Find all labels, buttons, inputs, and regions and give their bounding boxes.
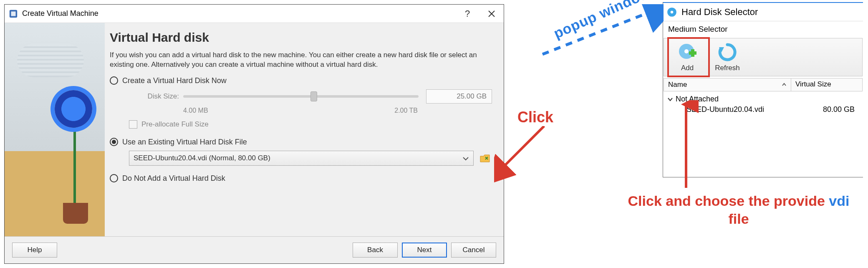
create-vm-wizard: Create Virtual Machine ? Virtual Hard di… xyxy=(4,4,504,264)
option-create-now[interactable]: Create a Virtual Hard Disk Now xyxy=(110,76,492,85)
option-do-not-add[interactable]: Do Not Add a Virtual Hard Disk xyxy=(110,174,492,183)
tree-group-label: Not Attached xyxy=(676,95,719,104)
chevron-down-icon xyxy=(462,155,469,162)
option-use-existing-label: Use an Existing Virtual Hard Disk File xyxy=(122,138,247,147)
annotation-popup-window: popup window xyxy=(551,0,653,42)
sort-asc-icon xyxy=(782,82,787,87)
page-heading: Virtual Hard disk xyxy=(110,30,492,45)
existing-file-dropdown[interactable]: SEED-Ubuntu20.04.vdi (Normal, 80.00 GB) xyxy=(129,151,474,166)
wizard-content: Virtual Hard disk If you wish you can ad… xyxy=(105,23,504,236)
popup-titlebar: Hard Disk Selector xyxy=(663,2,863,21)
disk-size-block: Disk Size: 25.00 GB 4.00 MB 2.00 TB Pre-… xyxy=(129,89,492,129)
svg-point-5 xyxy=(671,10,674,13)
titlebar-help-button[interactable]: ? xyxy=(455,5,479,23)
column-name-header[interactable]: Name xyxy=(664,78,791,91)
svg-rect-1 xyxy=(11,11,16,16)
wizard-sidebar-illustration xyxy=(5,23,105,236)
popup-column-headers: Name Virtual Size xyxy=(664,78,863,91)
preallocate-label: Pre-allocate Full Size xyxy=(141,120,209,129)
disk-size-label: Disk Size: xyxy=(129,92,179,101)
preallocate-row[interactable]: Pre-allocate Full Size xyxy=(129,120,492,129)
chevron-down-icon xyxy=(667,96,673,102)
hard-disk-selector-window: Hard Disk Selector Medium Selector Add R… xyxy=(663,2,863,177)
disk-tree: Not Attached SEED-Ubuntu20.04.vdi 80.00 … xyxy=(667,94,859,115)
tree-item-name: SEED-Ubuntu20.04.vdi xyxy=(686,105,764,114)
refresh-label: Refresh xyxy=(715,64,740,72)
next-button[interactable]: Next xyxy=(402,243,447,258)
scale-max: 2.00 TB xyxy=(394,107,418,114)
annotation-highlight-add: Add xyxy=(667,37,710,77)
annotation-choose: Click and choose the provide vdi file xyxy=(622,192,855,228)
existing-file-value: SEED-Ubuntu20.04.vdi (Normal, 80.00 GB) xyxy=(134,154,270,162)
tree-item-seed-vdi[interactable]: SEED-Ubuntu20.04.vdi 80.00 GB xyxy=(686,104,859,115)
svg-rect-9 xyxy=(691,49,694,57)
disk-size-value[interactable]: 25.00 GB xyxy=(426,89,492,104)
svg-point-7 xyxy=(684,49,689,53)
close-icon xyxy=(488,10,495,18)
virtualbox-icon xyxy=(9,9,18,18)
disk-icon xyxy=(666,7,677,18)
column-vsize-header[interactable]: Virtual Size xyxy=(791,78,862,91)
option-create-now-label: Create a Virtual Hard Disk Now xyxy=(122,76,227,85)
cancel-button[interactable]: Cancel xyxy=(451,243,496,258)
popup-toolbar: Add Refresh xyxy=(664,38,863,76)
help-button[interactable]: Help xyxy=(12,243,57,258)
scale-min: 4.00 MB xyxy=(183,107,208,114)
refresh-icon xyxy=(717,42,737,62)
radio-icon xyxy=(110,76,118,85)
checkbox-icon xyxy=(129,120,137,129)
titlebar-close-button[interactable] xyxy=(479,5,504,23)
radio-icon xyxy=(110,138,118,146)
refresh-button[interactable]: Refresh xyxy=(710,40,745,75)
option-use-existing[interactable]: Use an Existing Virtual Hard Disk File xyxy=(110,138,492,147)
folder-add-icon xyxy=(479,153,490,164)
wizard-button-bar: Help Back Next Cancel xyxy=(5,236,504,263)
disk-size-slider[interactable] xyxy=(183,95,419,98)
add-label: Add xyxy=(681,64,694,72)
browse-disk-button[interactable] xyxy=(478,151,492,165)
wizard-body: Virtual Hard disk If you wish you can ad… xyxy=(5,23,504,236)
tree-group-not-attached[interactable]: Not Attached xyxy=(667,94,859,104)
titlebar: Create Virtual Machine ? xyxy=(5,5,504,23)
option-do-not-add-label: Do Not Add a Virtual Hard Disk xyxy=(122,174,225,183)
page-description: If you wish you can add a virtual hard d… xyxy=(110,51,492,70)
annotation-click: Click xyxy=(517,109,553,126)
popup-subtitle: Medium Selector xyxy=(663,21,863,35)
add-disk-button[interactable]: Add xyxy=(670,40,705,75)
back-button[interactable]: Back xyxy=(353,243,398,258)
radio-icon xyxy=(110,174,118,182)
slider-thumb[interactable] xyxy=(310,91,317,101)
window-title: Create Virtual Machine xyxy=(22,9,455,18)
tree-item-size: 80.00 GB xyxy=(823,105,855,114)
popup-title: Hard Disk Selector xyxy=(681,7,758,18)
add-disk-icon xyxy=(677,42,697,62)
